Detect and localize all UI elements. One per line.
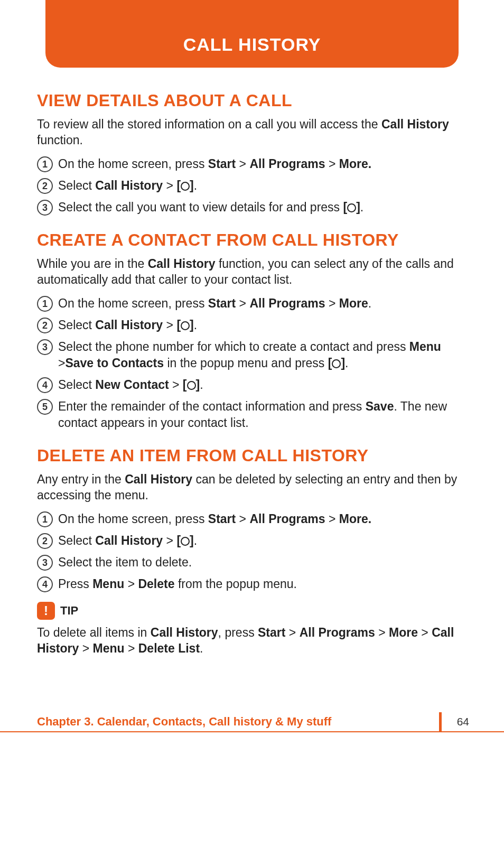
text: Select xyxy=(58,179,95,192)
bracket: ] xyxy=(341,356,345,370)
text: . xyxy=(194,534,197,547)
page-header-tab: CALL HISTORY xyxy=(45,0,459,68)
text-bold: Call History xyxy=(95,318,163,332)
step-number-icon: 3 xyxy=(37,200,53,216)
bracket: [ xyxy=(328,356,332,370)
step-text: Press Menu > Delete from the popup menu. xyxy=(58,576,467,592)
step-text: Select Call History > []. xyxy=(58,178,467,194)
intro-view-details: To review all the stored information on … xyxy=(37,117,467,148)
text: Select xyxy=(58,318,95,332)
text: To delete all items in xyxy=(37,626,151,639)
tip-label: TIP xyxy=(60,604,78,618)
step-item: 5 Enter the remainder of the contact inf… xyxy=(37,398,467,431)
text: > xyxy=(124,577,138,591)
step-text: Select the item to delete. xyxy=(58,554,467,571)
step-item: 1 On the home screen, press Start > All … xyxy=(37,511,467,527)
bracket: [ xyxy=(343,200,348,214)
text: Any entry in the xyxy=(37,472,125,486)
text: > xyxy=(163,534,176,547)
text: > xyxy=(163,318,176,332)
text: Select the phone number for which to cre… xyxy=(58,340,409,353)
text: > xyxy=(325,296,339,310)
text-bold: Call History xyxy=(95,534,163,547)
step-number-icon: 1 xyxy=(37,511,53,527)
step-number-icon: 4 xyxy=(37,377,53,393)
step-text: On the home screen, press Start > All Pr… xyxy=(58,511,467,527)
footer-rule xyxy=(0,731,504,732)
text: . xyxy=(345,356,348,370)
bracket: ] xyxy=(190,179,194,192)
text: Select xyxy=(58,378,95,392)
text: from the popup menu. xyxy=(175,577,297,591)
text: , press xyxy=(218,626,258,639)
text-bold: Menu xyxy=(92,577,124,591)
step-item: 3 Select the item to delete. xyxy=(37,554,467,571)
page-title: CALL HISTORY xyxy=(183,34,321,55)
section-heading-create-contact: CREATE A CONTACT FROM CALL HISTORY xyxy=(37,230,467,250)
text-bold: Delete xyxy=(138,577,174,591)
step-item: 3 Select the phone number for which to c… xyxy=(37,339,467,371)
steps-view-details: 1 On the home screen, press Start > All … xyxy=(37,156,467,216)
step-item: 2 Select Call History > []. xyxy=(37,533,467,549)
text-bold: Start xyxy=(258,626,285,639)
step-item: 2 Select Call History > []. xyxy=(37,178,467,194)
text-bold: More xyxy=(339,296,368,310)
text: Select xyxy=(58,534,95,547)
section-heading-view-details: VIEW DETAILS ABOUT A CALL xyxy=(37,91,467,110)
text-bold: Start xyxy=(208,296,236,310)
text-bold: Start xyxy=(208,157,236,171)
steps-delete-item: 1 On the home screen, press Start > All … xyxy=(37,511,467,592)
text-bold: More. xyxy=(339,512,371,526)
step-text: Enter the remainder of the contact infor… xyxy=(58,398,467,431)
text: > xyxy=(169,378,183,392)
bracket: [ xyxy=(176,179,181,192)
page-footer: Chapter 3. Calendar, Contacts, Call hist… xyxy=(0,712,504,731)
text-bold: Start xyxy=(208,512,236,526)
text: > xyxy=(79,641,92,655)
text: . xyxy=(200,378,203,392)
text: > xyxy=(58,356,65,370)
page-content: VIEW DETAILS ABOUT A CALL To review all … xyxy=(37,91,467,657)
text-bold: All Programs xyxy=(249,157,325,171)
step-number-icon: 4 xyxy=(37,576,53,592)
bracket: ] xyxy=(190,318,194,332)
text: . xyxy=(200,641,203,655)
step-item: 1 On the home screen, press Start > All … xyxy=(37,295,467,312)
text: > xyxy=(163,179,176,192)
text-bold: Call History xyxy=(381,117,449,131)
text-bold: Call History xyxy=(125,472,192,486)
text: > xyxy=(236,157,249,171)
step-item: 1 On the home screen, press Start > All … xyxy=(37,156,467,172)
step-number-icon: 5 xyxy=(37,399,53,415)
text: > xyxy=(236,296,249,310)
tip-icon: ! xyxy=(37,602,55,620)
step-number-icon: 2 xyxy=(37,178,53,194)
ok-key-icon xyxy=(332,359,341,368)
text-bold: Save xyxy=(366,399,394,413)
chapter-label: Chapter 3. Calendar, Contacts, Call hist… xyxy=(37,715,331,729)
step-text: Select Call History > []. xyxy=(58,317,467,333)
text: . xyxy=(194,179,197,192)
bracket: ] xyxy=(356,200,360,214)
ok-key-icon xyxy=(181,321,190,330)
text-bold: Delete List xyxy=(138,641,200,655)
text-bold: Save to Contacts xyxy=(65,356,164,370)
text: On the home screen, press xyxy=(58,157,208,171)
text-bold: All Programs xyxy=(300,626,375,639)
step-number-icon: 3 xyxy=(37,339,53,355)
text: > xyxy=(125,641,138,655)
step-text: Select the phone number for which to cre… xyxy=(58,339,467,371)
intro-delete-item: Any entry in the Call History can be del… xyxy=(37,472,467,504)
text-bold: All Programs xyxy=(249,512,325,526)
step-item: 3 Select the call you want to view detai… xyxy=(37,199,467,216)
text: On the home screen, press xyxy=(58,296,208,310)
text-bold: Call History xyxy=(148,257,216,271)
text-bold: New Contact xyxy=(95,378,169,392)
text: Enter the remainder of the contact infor… xyxy=(58,399,366,413)
step-number-icon: 2 xyxy=(37,533,53,549)
step-item: 4 Select New Contact > []. xyxy=(37,377,467,393)
text: > xyxy=(285,626,299,639)
tip-text: To delete all items in Call History, pre… xyxy=(37,625,467,657)
step-number-icon: 1 xyxy=(37,156,53,172)
step-text: Select the call you want to view details… xyxy=(58,199,467,216)
